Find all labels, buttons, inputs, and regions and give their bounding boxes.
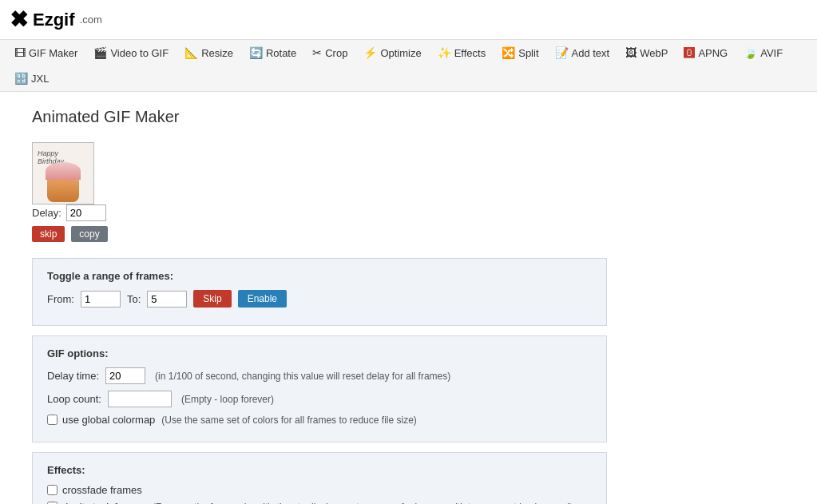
effects-section: Effects: crossfade frames don't stack fr… [32,452,607,504]
main-nav: 🎞 GIF Maker 🎬 Video to GIF 📐 Resize 🔄 Ro… [0,40,817,92]
to-label: To: [127,293,141,305]
crossfade-label: crossfade frames [62,484,142,496]
nav-item-jxl[interactable]: 🔡 JXL [6,65,57,91]
colormap-hint: (Use the same set of colors for all fram… [161,415,416,426]
gif-maker-icon: 🎞 [14,46,26,59]
no-stack-hint: (Remove the frame when it's time to disp… [153,502,573,505]
nav-label: GIF Maker [29,47,77,59]
no-stack-label: don't stack frames [62,501,146,504]
logo-text: Ezgif [33,10,75,30]
logo-icon: ✖ [10,6,28,33]
nav-item-crop[interactable]: ✂ Crop [304,40,355,65]
delay-time-input[interactable] [105,367,145,384]
nav-label: WebP [640,47,668,59]
nav-item-optimize[interactable]: ⚡ Optimize [355,40,429,65]
webp-icon: 🖼 [625,46,637,59]
gif-options-section: GIF options: Delay time: (in 1/100 of se… [32,335,607,442]
nav-item-avif[interactable]: 🍃 AVIF [736,40,791,65]
colormap-checkbox[interactable] [47,415,58,425]
no-stack-row: don't stack frames (Remove the frame whe… [47,501,592,504]
colormap-label: use global colormap [62,414,155,426]
gif-preview-area: HappyBirthday Delay: skip copy [32,142,607,242]
page-title: Animated GIF Maker [32,108,607,126]
logo: ✖ Ezgif.com [10,6,102,33]
delay-label: Delay: [32,207,61,219]
nav-label: JXL [31,73,49,85]
nav-item-rotate[interactable]: 🔄 Rotate [241,40,304,65]
nav-label: Video to GIF [110,47,169,59]
nav-label: Rotate [266,47,296,59]
loop-count-hint: (Empty - loop forever) [181,394,274,405]
logo-suffix: .com [80,14,102,26]
nav-label: Effects [454,47,486,59]
toggle-section-title: Toggle a range of frames: [47,270,592,282]
delay-input[interactable] [66,204,106,221]
cupcake-top [46,162,81,180]
frame-buttons: skip copy [32,226,607,242]
video-to-gif-icon: 🎬 [93,46,107,59]
delay-time-row: Delay time: (in 1/100 of second, changin… [47,367,592,384]
toggle-range-section: Toggle a range of frames: From: To: Skip… [32,258,607,326]
delay-time-hint: (in 1/100 of second, changing this value… [155,371,450,382]
nav-label: Optimize [380,47,421,59]
nav-item-webp[interactable]: 🖼 WebP [617,40,676,65]
cupcake-base [47,178,79,202]
to-input[interactable] [147,291,187,308]
range-enable-button[interactable]: Enable [238,290,287,308]
range-skip-button[interactable]: Skip [193,290,231,308]
nav-label: Crop [325,47,347,59]
nav-label: APNG [698,47,728,59]
nav-item-gif-maker[interactable]: 🎞 GIF Maker [6,40,85,65]
from-input[interactable] [81,291,121,308]
split-icon: 🔀 [502,46,515,59]
nav-item-effects[interactable]: ✨ Effects [430,40,494,65]
loop-count-row: Loop count: (Empty - loop forever) [47,391,592,407]
rotate-icon: 🔄 [249,46,263,59]
add-text-icon: 📝 [555,46,569,59]
delay-row: Delay: [32,204,607,221]
toggle-range-row: From: To: Skip Enable [47,290,592,308]
nav-label: Resize [201,47,233,59]
gif-options-title: GIF options: [47,347,592,359]
avif-icon: 🍃 [744,46,757,59]
loop-count-label: Loop count: [47,393,101,405]
header: ✖ Ezgif.com [0,0,817,40]
crossfade-checkbox[interactable] [47,485,58,495]
nav-label: Add text [572,47,610,59]
delay-time-label: Delay time: [47,370,99,382]
nav-item-split[interactable]: 🔀 Split [494,40,546,65]
effects-icon: ✨ [438,46,451,59]
nav-item-resize[interactable]: 📐 Resize [176,40,241,65]
crop-icon: ✂ [312,46,322,59]
copy-button[interactable]: copy [71,226,107,242]
nav-label: AVIF [760,47,783,59]
from-label: From: [47,293,74,305]
apng-icon: 🅾 [684,46,695,59]
jxl-icon: 🔡 [14,72,28,85]
nav-item-video-to-gif[interactable]: 🎬 Video to GIF [85,40,176,65]
colormap-row: use global colormap (Use the same set of… [47,414,592,426]
main-content: Animated GIF Maker HappyBirthday Delay: … [0,92,639,504]
loop-count-input[interactable] [108,391,172,407]
nav-item-apng[interactable]: 🅾 APNG [676,40,736,65]
nav-label: Split [518,47,538,59]
skip-button[interactable]: skip [32,226,65,242]
optimize-icon: ⚡ [363,46,377,59]
resize-icon: 📐 [184,46,198,59]
nav-item-add-text[interactable]: 📝 Add text [547,40,618,65]
effects-title: Effects: [47,464,592,476]
gif-thumbnail: HappyBirthday [32,142,94,204]
crossfade-row: crossfade frames [47,484,592,496]
